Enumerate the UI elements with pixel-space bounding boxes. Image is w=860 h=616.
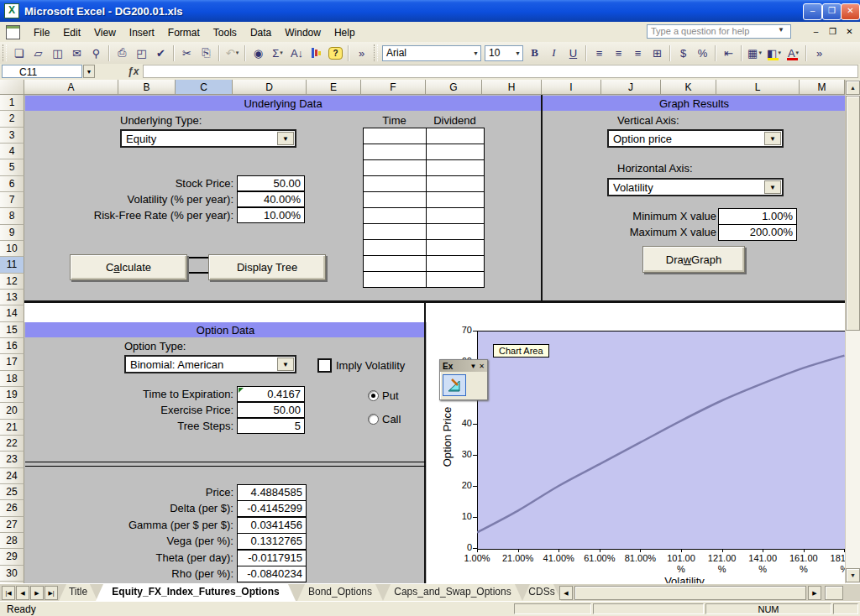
row-header-25[interactable]: 25 [0,484,24,500]
chart-wizard-icon[interactable] [307,44,325,62]
dividend-cell[interactable] [427,208,485,224]
restore-button[interactable]: ❐ [822,3,842,20]
formula-input[interactable] [143,65,858,78]
column-header-C[interactable]: C [176,80,233,95]
column-header-L[interactable]: L [716,80,800,95]
align-right-icon[interactable]: ≡ [629,44,647,62]
column-header-E[interactable]: E [307,80,361,95]
tab-split-handle[interactable] [825,586,843,600]
menu-edit[interactable]: Edit [56,24,87,41]
combo-arrow-icon[interactable]: ▼ [764,132,781,145]
tab-scroll-prev-icon[interactable]: ◀ [16,586,29,600]
time-cell[interactable] [364,128,427,144]
row-header-22[interactable]: 22 [0,436,24,452]
row-header-3[interactable]: 3 [0,128,24,144]
combo-arrow-icon[interactable]: ▼ [277,132,294,145]
design-mode-button[interactable] [443,374,466,396]
row-header-12[interactable]: 12 [0,274,24,290]
scroll-up-icon[interactable]: ▲ [846,81,860,95]
help-question-input[interactable]: Type a question for help [647,24,791,39]
print-preview-icon[interactable]: ◰ [133,44,150,62]
borders-icon[interactable]: ▦▾ [746,44,763,62]
hyperlink-icon[interactable]: ◉ [249,44,267,62]
time-cell[interactable] [364,272,427,288]
close-button[interactable]: ✕ [841,3,860,20]
exit-design-mode-toolbar[interactable]: Ex▼✕ [439,359,488,400]
row-header-6[interactable]: 6 [0,176,24,192]
menu-data[interactable]: Data [244,24,278,41]
dividend-cell[interactable] [427,144,485,160]
call-radio[interactable] [368,414,379,425]
sheet-tab-equity_fx_index_futures_options[interactable]: Equity_FX_Index_Futures_Options [96,584,296,601]
time-cell[interactable] [364,192,427,208]
size-combo-arrow-icon[interactable]: ▼ [515,50,521,56]
display-tree-button[interactable]: Display Tree [208,254,326,280]
option-type-combo[interactable]: Binomial: American▼ [124,355,296,373]
cut-icon[interactable]: ✂ [178,44,196,62]
menu-insert[interactable]: Insert [123,24,161,41]
menu-tools[interactable]: Tools [207,24,244,41]
dividend-cell[interactable] [427,128,485,144]
office-help-icon[interactable]: ? [327,44,344,62]
row-header-9[interactable]: 9 [0,225,24,241]
horizontal-scroll-right-icon[interactable]: ▶ [808,586,821,600]
tab-scroll-next-icon[interactable]: ▶ [30,586,44,600]
help-dropdown-icon[interactable]: ▼ [778,26,784,34]
workbook-minimize-icon[interactable]: ‒ [809,25,823,38]
fill-color-icon[interactable]: ◧▾ [765,44,783,62]
row-header-29[interactable]: 29 [0,549,24,565]
underline-icon[interactable]: U [564,44,582,62]
row-header-30[interactable]: 30 [0,566,24,582]
dividend-cell[interactable] [427,224,485,240]
minimize-button[interactable]: ‒ [803,3,822,20]
print-icon[interactable]: ⎙ [113,44,131,62]
row-header-24[interactable]: 24 [0,468,24,484]
toolbar-options2-icon[interactable]: » [810,44,828,62]
undo-icon-dropdown[interactable]: ▾ [236,50,239,56]
row-header-28[interactable]: 28 [0,533,24,549]
merge-center-icon[interactable]: ⊞ [648,44,666,62]
vertical-axis-combo[interactable]: Option price▼ [607,129,784,148]
row-header-20[interactable]: 20 [0,403,24,419]
workbook-close-icon[interactable]: ✕ [842,25,857,38]
horizontal-scroll-left-icon[interactable]: ◀ [559,586,573,600]
put-radio[interactable] [368,390,379,401]
name-box[interactable]: C11 [2,65,82,78]
dividend-cell[interactable] [427,160,485,176]
option-field-value[interactable]: 0.4167 [237,386,305,402]
calculate-button[interactable]: Calculate [70,254,187,280]
graph-range-field-value[interactable]: 200.00% [718,224,797,241]
time-cell[interactable] [364,176,427,192]
autosum-icon-dropdown[interactable]: ▾ [280,50,283,56]
row-header-18[interactable]: 18 [0,371,24,387]
time-cell[interactable] [364,256,427,272]
combo-arrow-icon[interactable]: ▼ [764,180,781,194]
borders-icon-dropdown[interactable]: ▾ [758,50,762,56]
font-name-combo[interactable]: Arial▼ [382,45,481,61]
vertical-scroll-thumb[interactable] [846,96,860,331]
option-field-value[interactable]: 5 [237,418,305,434]
time-cell[interactable] [364,224,427,240]
row-header-1[interactable]: 1 [0,95,24,111]
chevron-down-icon[interactable]: ▼ [469,363,476,370]
sort-ascending-icon[interactable]: A↓ [288,44,306,62]
row-header-17[interactable]: 17 [0,354,24,370]
tab-scroll-last-icon[interactable]: ▶| [45,586,58,600]
undo-icon[interactable]: ↶▾ [223,44,241,62]
menu-window[interactable]: Window [278,24,328,41]
scroll-down-icon[interactable]: ▼ [846,568,860,582]
time-cell[interactable] [364,240,427,256]
toolbar-options-icon[interactable]: » [353,44,370,62]
search-icon[interactable]: ⚲ [87,44,105,62]
floating-toolbar-titlebar[interactable]: Ex▼✕ [440,360,487,372]
column-header-F[interactable]: F [361,80,426,95]
row-header-13[interactable]: 13 [0,290,24,305]
align-center-icon[interactable]: ≡ [610,44,627,62]
copy-icon[interactable]: ⎘ [197,44,215,62]
sheet-tab-caps_and_swap_options[interactable]: Caps_and_Swap_Options [383,584,522,601]
dividend-cell[interactable] [427,240,485,256]
underlying-field-value[interactable]: 50.00 [237,175,305,191]
row-header-7[interactable]: 7 [0,192,24,208]
row-header-8[interactable]: 8 [0,208,24,224]
underlying-field-value[interactable]: 40.00% [237,191,305,207]
